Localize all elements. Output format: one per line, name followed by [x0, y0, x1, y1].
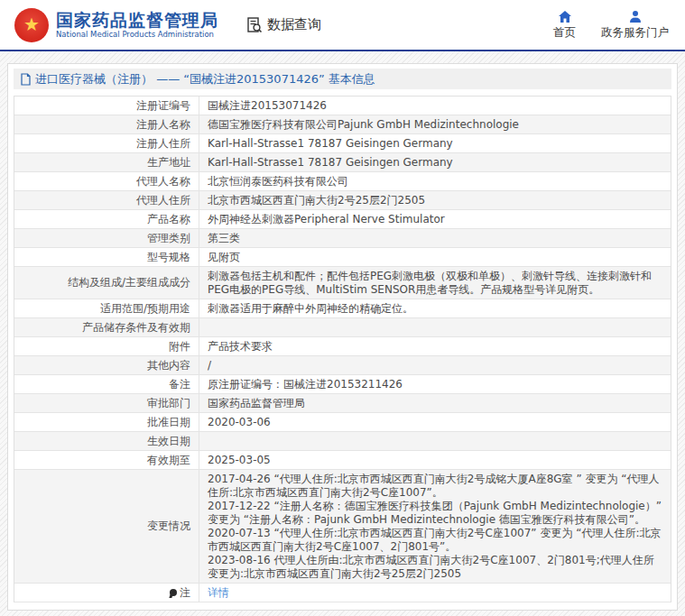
breadcrumb: 进口医疗器械（注册） —— “国械注进20153071426” 基本信息: [14, 69, 671, 89]
person-icon: [628, 10, 643, 23]
content-card: 进口医疗器械（注册） —— “国械注进20153071426” 基本信息 注册证…: [7, 63, 678, 611]
row-value: 2025-03-05: [199, 451, 671, 469]
row-value: 见附页: [199, 248, 671, 266]
row-value: 第三类: [199, 229, 671, 247]
data-query-label: 数据查询: [267, 16, 321, 33]
row-label: 变更情况: [14, 470, 199, 583]
row-value: 北京市西城区西直门南大街2号25层2门2505: [199, 191, 671, 209]
row-value: Karl-Hall-Strasse1 78187 Geisingen Germa…: [199, 153, 671, 171]
row-label: 其他内容: [14, 356, 199, 374]
nav-item-portal[interactable]: 政务服务门户: [601, 10, 669, 41]
national-emblem-icon: ★: [23, 15, 40, 33]
nav-item-label: 首页: [553, 25, 576, 41]
row-value: 2020-03-06: [199, 413, 671, 431]
row-label: 注: [14, 584, 199, 602]
row-label: 注册人住所: [14, 134, 199, 152]
note-icon: [170, 589, 177, 596]
row-label: 适用范围/预期用途: [14, 299, 199, 317]
table-row: 变更情况2017-04-26 “代理人住所:北京市西城区西直门南大街2号成铭大厦…: [14, 470, 671, 584]
table-row: 备注原注册证编号：国械注进20153211426: [14, 375, 671, 394]
row-label: 备注: [14, 375, 199, 393]
table-row: 审批部门国家药品监督管理局: [14, 394, 671, 413]
row-value: 刺激器包括主机和配件；配件包括PEG刺激电极（双极和单极）、刺激针导线、连接刺激…: [199, 267, 671, 299]
row-value: /: [199, 356, 671, 374]
row-value: 外周神经丛刺激器Peripheral Nerve Stimulator: [199, 210, 671, 228]
table-row: 批准日期2020-03-06: [14, 413, 671, 432]
row-label: 结构及组成/主要组成成分: [14, 267, 199, 299]
row-value: [199, 439, 671, 444]
data-query-nav[interactable]: 数据查询: [245, 16, 321, 34]
row-value: 2017-04-26 “代理人住所:北京市西城区西直门南大街2号成铭大厦A座8G…: [199, 470, 671, 583]
row-label: 附件: [14, 337, 199, 355]
table-row: 型号规格见附页: [14, 248, 671, 267]
table-row: 注册证编号国械注进20153071426: [14, 97, 671, 115]
row-label: 产品名称: [14, 210, 199, 228]
row-value: 德国宝雅医疗科技有限公司Pajunk GmbH Medizintechnolog…: [199, 115, 671, 133]
row-label: 生产地址: [14, 153, 199, 171]
table-row: 代理人名称北京恒润泰医药科技有限公司: [14, 172, 671, 191]
home-icon: [558, 10, 572, 23]
row-label: 批准日期: [14, 413, 199, 431]
document-icon: [20, 73, 32, 86]
nav-item-home[interactable]: 首页: [553, 10, 576, 41]
row-value: Karl-Hall-Strasse1 78187 Geisingen Germa…: [199, 134, 671, 152]
table-row: 生产地址Karl-Hall-Strasse1 78187 Geisingen G…: [14, 153, 671, 172]
row-value: 北京恒润泰医药科技有限公司: [199, 172, 671, 190]
row-label: 有效期至: [14, 451, 199, 469]
detail-link[interactable]: 详情: [208, 586, 229, 599]
org-name-cn: 国家药品监督管理局: [56, 10, 218, 30]
row-value: 详情: [199, 584, 671, 602]
row-label: 生效日期: [14, 432, 199, 450]
table-row: 生效日期: [14, 432, 671, 451]
row-label: 注册证编号: [14, 97, 199, 115]
row-label: 注册人名称: [14, 115, 199, 133]
table-row: 其他内容/: [14, 356, 671, 375]
row-value: 原注册证编号：国械注进20153211426: [199, 375, 671, 393]
table-row: 结构及组成/主要组成成分刺激器包括主机和配件；配件包括PEG刺激电极（双极和单极…: [14, 267, 671, 299]
top-nav: 首页 政务服务门户: [553, 10, 669, 41]
row-value: 产品技术要求: [199, 337, 671, 355]
org-names: 国家药品监督管理局 National Medical Products Admi…: [56, 10, 218, 40]
table-row: 代理人住所北京市西城区西直门南大街2号25层2门2505: [14, 191, 671, 210]
table-row: 管理类别第三类: [14, 229, 671, 248]
row-value: [199, 326, 671, 330]
row-value: 国家药品监督管理局: [199, 394, 671, 412]
site-header: ★ 国家药品监督管理局 National Medical Products Ad…: [0, 0, 685, 51]
table-row: 适用范围/预期用途刺激器适用于麻醉中外周神经的精确定位。: [14, 299, 671, 318]
row-label: 管理类别: [14, 229, 199, 247]
row-label: 产品储存条件及有效期: [14, 318, 199, 336]
data-query-icon: [245, 16, 264, 34]
row-label: 代理人住所: [14, 191, 199, 209]
table-row: 有效期至2025-03-05: [14, 451, 671, 470]
nmpa-emblem-logo: ★: [14, 8, 49, 42]
breadcrumb-text: 进口医疗器械（注册） —— “国械注进20153071426” 基本信息: [35, 71, 375, 87]
row-label: 审批部门: [14, 394, 199, 412]
row-label: 型号规格: [14, 248, 199, 266]
row-value: 国械注进20153071426: [199, 97, 671, 115]
row-value: 刺激器适用于麻醉中外周神经的精确定位。: [199, 299, 671, 317]
org-name-en: National Medical Products Administration: [56, 30, 218, 40]
table-row: 附件产品技术要求: [14, 337, 671, 356]
table-row: 注册人住所Karl-Hall-Strasse1 78187 Geisingen …: [14, 134, 671, 153]
table-row: 注册人名称德国宝雅医疗科技有限公司Pajunk GmbH Medizintech…: [14, 115, 671, 134]
table-row: 产品储存条件及有效期: [14, 318, 671, 337]
row-label: 代理人名称: [14, 172, 199, 190]
table-row: 注详情: [14, 584, 671, 602]
table-row: 产品名称外周神经丛刺激器Peripheral Nerve Stimulator: [14, 210, 671, 229]
info-table: 注册证编号国械注进20153071426注册人名称德国宝雅医疗科技有限公司Paj…: [14, 96, 671, 602]
nav-item-label: 政务服务门户: [601, 25, 669, 41]
